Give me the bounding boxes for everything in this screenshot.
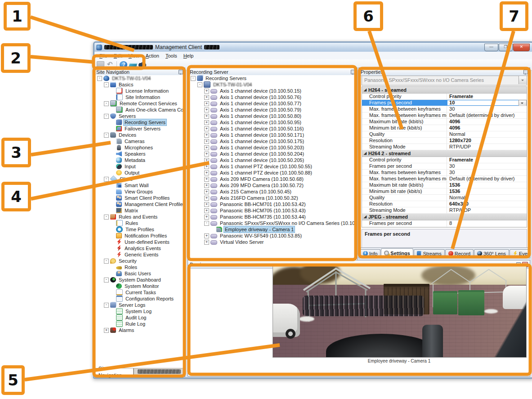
tree-item-hardware-device[interactable]: +Axis 1 channel device (10.100.50.15) [188, 88, 357, 94]
tab-federated-sites-redacted[interactable] [134, 368, 185, 375]
property-row[interactable]: Minimum bit rate (kbit/s)1536 [362, 188, 527, 195]
expander-icon[interactable]: - [197, 82, 202, 87]
menu-help[interactable]: Help [180, 53, 197, 59]
tree-item-current-tasks[interactable]: Current Tasks [94, 289, 185, 296]
tree-item-hardware-device[interactable]: +Axis 209 MFD Camera (10.100.50.68) [188, 176, 357, 182]
property-value[interactable]: 640x360 [447, 201, 527, 207]
tree-item-hardware-device[interactable]: +Axis 1 channel device (10.100.50.95) [188, 119, 357, 126]
expander-icon[interactable]: + [204, 170, 209, 175]
menu-action[interactable]: Action [142, 53, 162, 59]
tree-item-analytics-events[interactable]: Analytics Events [94, 245, 185, 251]
expander-icon[interactable]: + [204, 196, 209, 201]
menu-edit[interactable]: Edit [111, 53, 125, 59]
expander-icon[interactable]: - [104, 303, 109, 308]
tree-item-site-information[interactable]: Site Information [94, 94, 185, 100]
chevron-down-icon[interactable] [519, 76, 527, 84]
property-row[interactable]: Max. frames between keyframes30 [362, 106, 527, 112]
property-row[interactable]: Max. frames between keyframes modeDefaul… [362, 176, 527, 182]
tree-item-hardware-device[interactable]: +Axis 216FD Camera (10.100.50.32) [188, 195, 357, 201]
tree-item-hardware-device[interactable]: -Panasonic SPxxx/SFxxx/SWxxx no I/O Came… [188, 220, 357, 226]
property-row[interactable]: QualityNormal [362, 195, 527, 201]
tree-item-smart-client-profiles[interactable]: Smart Client Profiles [94, 195, 185, 201]
tree-item-notification-profiles[interactable]: Notification Profiles [94, 233, 185, 239]
property-row[interactable]: Minimum bit rate (kbit/s)4096 [362, 125, 527, 131]
expander-icon[interactable]: + [204, 208, 209, 213]
expander-icon[interactable]: - [191, 76, 196, 81]
tree-item-devices[interactable]: -Devices [94, 132, 185, 138]
property-row[interactable]: Frames per second8 [362, 220, 527, 227]
tree-item-hardware-device[interactable]: +Axis 1 channel device (10.100.50.204) [188, 151, 357, 157]
tree-item-configuration-reports[interactable]: Configuration Reports [94, 296, 185, 302]
property-value[interactable]: Default (determined by driver) [447, 176, 527, 182]
expander-icon[interactable]: - [97, 76, 102, 81]
property-section-header[interactable]: ◢JPEG - streamed [362, 214, 527, 220]
expander-icon[interactable]: - [104, 82, 109, 87]
tree-item-rules[interactable]: Rules [94, 220, 185, 226]
expander-icon[interactable]: + [204, 139, 209, 144]
tree-item-metadata[interactable]: Metadata [94, 157, 185, 163]
expander-icon[interactable]: - [104, 177, 109, 182]
close-button[interactable]: ✕ [513, 44, 530, 51]
tree-item-hardware-device[interactable]: +Panasonic BB-HCM705 (10.100.53.43) [188, 207, 357, 214]
tree-item-recording-servers[interactable]: Recording Servers [94, 119, 185, 126]
property-row[interactable]: Control priorityFramerate [362, 157, 527, 163]
tab-info[interactable]: Info [360, 249, 380, 257]
tree-item-hardware-device[interactable]: +Axis 1 channel device (10.100.50.76) [188, 94, 357, 100]
tree-item-hardware-device[interactable]: +Axis 209 MFD Camera (10.100.50.72) [188, 182, 357, 188]
tree-item-recording-servers[interactable]: -Recording Servers [188, 75, 357, 81]
expander-icon[interactable]: + [204, 120, 209, 125]
tree-item-hardware-device[interactable]: +Panasonic WV-SF549 (10.100.53.85) [188, 233, 357, 239]
property-value[interactable]: Default (determined by driver) [447, 112, 527, 118]
minimize-button[interactable]: — [484, 44, 498, 51]
property-value[interactable]: 1280x720 [447, 138, 527, 143]
expander-icon[interactable]: + [204, 108, 209, 112]
expander-icon[interactable]: - [104, 133, 109, 138]
pin-icon[interactable] [179, 70, 183, 74]
tree-item-camera[interactable]: Employee driveway - Camera 1 [188, 226, 357, 233]
property-value[interactable]: 1536 [447, 182, 527, 188]
tab-events[interactable]: Events [510, 249, 529, 257]
expander-icon[interactable]: - [104, 278, 109, 282]
property-value[interactable]: Normal [447, 131, 527, 137]
tree-item-time-profiles[interactable]: Time Profiles [94, 226, 185, 233]
property-value[interactable]: RTP/UDP [447, 207, 527, 213]
expander-icon[interactable]: - [104, 101, 109, 106]
tree-item-system-log[interactable]: System Log [94, 308, 185, 314]
property-row[interactable]: Resolution1280x720 [362, 138, 527, 144]
expander-icon[interactable]: + [204, 202, 209, 207]
tree-item-smart-wall[interactable]: Smart Wall [94, 182, 185, 188]
property-value[interactable]: Framerate [447, 94, 527, 99]
tree-item-hardware-device[interactable]: +Axis 1 channel PTZ device (10.100.50.88… [188, 170, 357, 176]
tree-item-audit-log[interactable]: Audit Log [94, 314, 185, 321]
tree-item-alarms[interactable]: +Alarms [94, 327, 185, 333]
tree-item-hardware-device[interactable]: +Panasonic BB-HCM701 (10.100.53.42) [188, 201, 357, 207]
tab-site-navigation[interactable]: Site Navigation [94, 368, 134, 376]
expander-icon[interactable]: + [204, 240, 209, 245]
expander-icon[interactable]: + [204, 114, 209, 119]
expander-icon[interactable]: + [204, 126, 209, 131]
tree-item-remote-connect-services[interactable]: -Remote Connect Services [94, 100, 185, 107]
tree-item-client[interactable]: -Client [94, 176, 185, 182]
tree-item-system-dashboard[interactable]: -System Dashboard [94, 277, 185, 283]
expander-icon[interactable]: - [204, 221, 209, 226]
tree-item-hardware-device[interactable]: +Axis 1 channel device (10.100.50.205) [188, 157, 357, 163]
expander-icon[interactable]: + [204, 177, 209, 182]
expander-icon[interactable]: + [204, 89, 209, 94]
property-row[interactable]: Resolution640x360 [362, 201, 527, 207]
tree-item-hardware-device[interactable]: +Axis 215 Camera (10.100.50.45) [188, 188, 357, 195]
property-value[interactable]: 8 [447, 220, 527, 226]
property-value[interactable]: 10 [447, 100, 527, 106]
property-value[interactable]: 1 Fine [447, 227, 527, 228]
tree-item-microphones[interactable]: Microphones [94, 144, 185, 151]
expander-icon[interactable]: + [204, 233, 209, 238]
property-value[interactable]: RTP/UDP [447, 144, 527, 150]
tree-item-hardware-device[interactable]: +Axis 1 channel device (10.100.50.79) [188, 107, 357, 113]
tree-item-generic-events[interactable]: Generic Events [94, 251, 185, 258]
expander-icon[interactable]: - [104, 259, 109, 264]
expander-icon[interactable]: + [204, 158, 209, 163]
value-dropdown-icon[interactable] [519, 100, 527, 106]
tab-settings[interactable]: Settings [381, 248, 413, 257]
expander-icon[interactable]: - [104, 114, 109, 119]
tree-item-rules-and-events[interactable]: -Rules and Events [94, 214, 185, 220]
pin-icon[interactable] [523, 70, 528, 74]
